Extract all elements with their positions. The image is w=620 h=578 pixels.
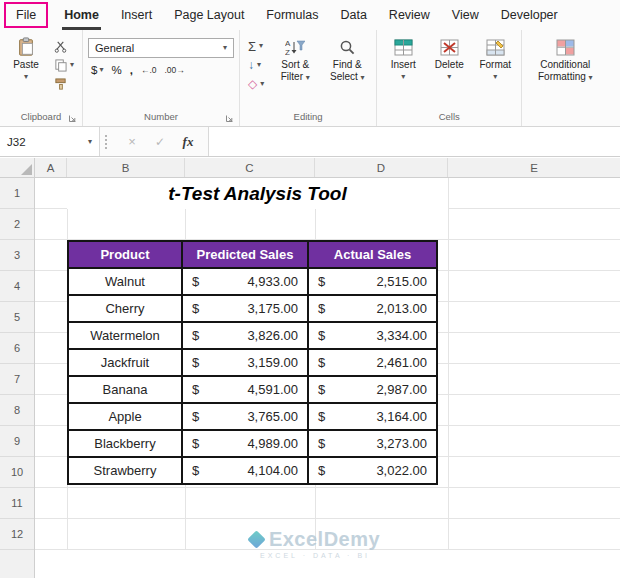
cell-actual[interactable]: $3,164.00 [308,403,437,430]
cell-actual[interactable]: $2,987.00 [308,376,437,403]
tab-home-label: Home [64,8,99,22]
header-cell-predicted-sales[interactable]: Predicted Sales [182,241,308,268]
cell-product[interactable]: Blackberry [68,430,182,457]
cell-predicted[interactable]: $3,826.00 [182,322,308,349]
insert-cells-button[interactable]: Insert ▾ [380,32,426,83]
editing-group-content: Σ ▾ ↓ ▾ ◇ ▾ AZ Sort & F [243,32,373,109]
fill-button[interactable]: ↓ ▾ [245,57,267,73]
enter-button[interactable]: ✓ [146,135,174,149]
cancel-button[interactable]: × [118,134,146,149]
paste-button[interactable]: Paste ▾ [3,32,49,83]
sheet-title[interactable]: t-Test Analysis Tool [67,178,448,209]
cell-predicted[interactable]: $3,765.00 [182,403,308,430]
number-dialog-launcher[interactable] [224,113,234,123]
formula-bar-resize-handle[interactable] [100,127,112,156]
name-box[interactable]: J32 ▾ [0,127,100,156]
cell-actual[interactable]: $2,461.00 [308,349,437,376]
cell-product[interactable]: Banana [68,376,182,403]
clipboard-dialog-launcher[interactable] [67,113,77,123]
ribbon: Paste ▾ ▾ Clipboard [0,30,620,127]
row-header-3[interactable]: 3 [0,240,34,271]
accounting-format-button[interactable]: $ ▾ [91,64,103,76]
data-table: Product Predicted Sales Actual Sales Wal… [67,240,438,485]
cell-actual[interactable]: $3,273.00 [308,430,437,457]
tab-home[interactable]: Home [53,0,110,30]
cell-actual[interactable]: $3,022.00 [308,457,437,484]
row-header-5[interactable]: 5 [0,302,34,333]
cell-actual[interactable]: $3,334.00 [308,322,437,349]
tab-data[interactable]: Data [329,0,377,30]
tab-page-layout[interactable]: Page Layout [163,0,255,30]
header-cell-actual-sales[interactable]: Actual Sales [308,241,437,268]
format-painter-button[interactable] [51,76,77,92]
increase-decimal-icon: ←.0 [141,65,157,75]
cell-predicted[interactable]: $4,989.00 [182,430,308,457]
copy-button[interactable]: ▾ [51,57,77,73]
format-cells-button[interactable]: Format ▾ [472,32,518,83]
cell-actual[interactable]: $2,013.00 [308,295,437,322]
row-header-10[interactable]: 10 [0,457,34,488]
row-header-4[interactable]: 4 [0,271,34,302]
dialog-launcher-icon [68,114,77,123]
tab-view[interactable]: View [441,0,490,30]
clear-button[interactable]: ◇ ▾ [245,76,267,92]
autosum-button[interactable]: Σ ▾ [245,38,267,54]
row-header-12[interactable]: 12 [0,519,34,550]
insert-function-button[interactable]: fx [174,134,202,150]
cut-button[interactable] [51,38,77,54]
row-header-8[interactable]: 8 [0,395,34,426]
row-header-11[interactable]: 11 [0,488,34,519]
cell-actual[interactable]: $2,515.00 [308,268,437,295]
chevron-down-icon: ▾ [223,44,227,52]
cell-predicted[interactable]: $4,104.00 [182,457,308,484]
header-cell-product[interactable]: Product [68,241,182,268]
decrease-decimal-button[interactable]: .00→ [164,65,184,75]
number-group-label: Number [86,109,236,126]
tab-review[interactable]: Review [378,0,441,30]
chevron-down-icon: ▾ [88,138,92,146]
column-header-b[interactable]: B [67,158,185,177]
comma-style-button[interactable]: , [130,64,133,76]
sort-filter-button[interactable]: AZ Sort & Filter ▾ [269,32,321,85]
cell-predicted[interactable]: $3,159.00 [182,349,308,376]
paste-label: Paste [13,59,39,71]
cell-product[interactable]: Jackfruit [68,349,182,376]
select-all-button[interactable] [0,158,35,177]
tab-file[interactable]: File [4,2,48,28]
chevron-down-icon: ▾ [259,42,263,50]
tab-insert[interactable]: Insert [110,0,163,30]
row-header-6[interactable]: 6 [0,333,34,364]
cell-product[interactable]: Apple [68,403,182,430]
worksheet-grid: A B C D E 1 2 3 4 5 6 7 8 9 10 11 12 [0,158,620,578]
column-header-a[interactable]: A [35,158,67,177]
increase-decimal-button[interactable]: ←.0 [141,65,157,75]
row-header-1[interactable]: 1 [0,178,34,209]
cell-product[interactable]: Strawberry [68,457,182,484]
column-header-c[interactable]: C [185,158,315,177]
column-header-e[interactable]: E [448,158,620,177]
number-group-content: General ▾ $ ▾ % , ←.0 .00→ [86,32,236,109]
find-select-button[interactable]: Find & Select ▾ [321,32,373,85]
cells-area[interactable]: t-Test Analysis Tool Product Predicted S… [35,178,620,578]
chevron-down-icon: ▾ [493,73,497,81]
svg-text:Z: Z [285,48,290,56]
row-header-9[interactable]: 9 [0,426,34,457]
cell-predicted[interactable]: $4,933.00 [182,268,308,295]
tab-developer[interactable]: Developer [490,0,569,30]
cell-predicted[interactable]: $4,591.00 [182,376,308,403]
number-format-select[interactable]: General ▾ [88,38,234,58]
cell-product[interactable]: Walnut [68,268,182,295]
row-header-7[interactable]: 7 [0,364,34,395]
cell-product[interactable]: Watermelon [68,322,182,349]
delete-cells-button[interactable]: Delete ▾ [426,32,472,83]
percent-style-button[interactable]: % [111,64,121,76]
tab-formulas[interactable]: Formulas [255,0,329,30]
row-header-2[interactable]: 2 [0,209,34,240]
conditional-formatting-button[interactable]: Conditional Formatting ▾ [525,32,605,85]
column-header-d[interactable]: D [315,158,448,177]
cell-product[interactable]: Cherry [68,295,182,322]
chevron-down-icon: ▾ [589,73,593,82]
cell-predicted[interactable]: $3,175.00 [182,295,308,322]
formula-input[interactable] [209,127,620,156]
dollar-icon: $ [91,64,97,76]
